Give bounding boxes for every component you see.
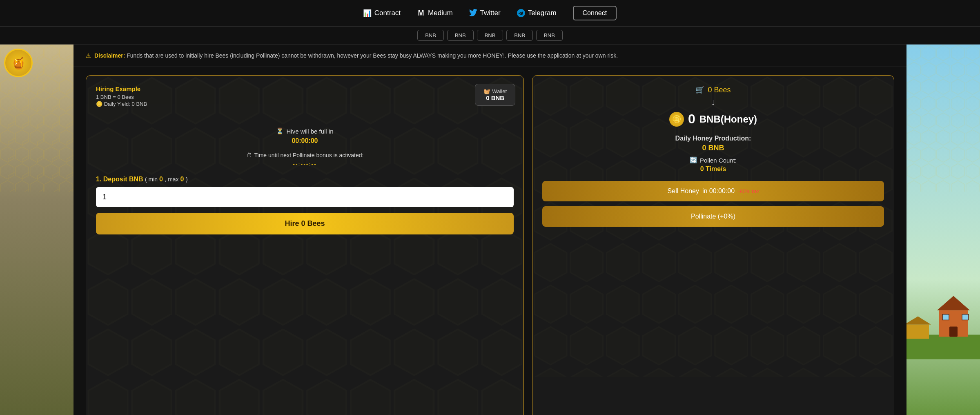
svg-rect-4 [86,76,523,415]
hive-label: Hive will be full in [286,128,333,135]
pollen-label: 🔄 Pollen Count: [690,156,737,164]
honey-coin-icon: 🪙 [669,112,684,127]
wallet-icon: 🧺 [483,88,490,94]
contract-label: Contract [374,9,401,17]
svg-rect-16 [906,45,980,192]
medium-link[interactable]: M Medium [417,9,452,17]
left-center: ⏳ Hive will be full in 00:00:00 ⏱ Time u… [96,127,514,167]
bnb-tab-3[interactable]: BNB [477,30,503,41]
left-card: Hiring Example 1 BNB = 0 Bees 🪙 Daily Yi… [86,75,524,415]
bees-icon: 🛒 [695,85,704,94]
bees-count: 🛒 0 Bees [695,85,731,94]
twitter-icon [469,9,477,17]
disclaimer-icon: ⚠ [86,52,91,59]
side-left: 🍯 [0,45,74,415]
sell-label: Sell Honey [668,187,699,195]
connect-button[interactable]: Connect [573,6,617,20]
honey-amount: 🪙 0 BNB(Honey) [669,112,757,127]
disclaimer-title: Disclaimer: [94,52,125,59]
hive-full-line: ⏳ Hive will be full in [96,127,514,135]
svg-marker-9 [937,296,970,310]
honey-unit: BNB(Honey) [699,114,757,125]
top-nav: 📊 Contract M Medium Twitter Telegram Con… [0,0,980,27]
hire-button[interactable]: Hire 0 Bees [96,213,514,234]
hiring-yield: 🪙 Daily Yield: 0 BNB [96,101,514,107]
telegram-icon [517,9,525,17]
pollen-icon: 🔄 [690,156,697,164]
contract-icon: 📊 [363,9,372,17]
wallet-label: 🧺 Wallet [483,88,507,94]
bnb-top-bar: BNB BNB BNB BNB BNB [0,27,980,45]
svg-rect-12 [962,315,969,320]
deposit-input[interactable] [96,187,514,207]
pollinate-timer: --:---:-- [96,161,514,167]
wallet-box: 🧺 Wallet 0 BNB [475,84,515,106]
cards-container: Hiring Example 1 BNB = 0 Bees 🪙 Daily Yi… [74,67,906,415]
sell-timer: in 00:00:00 [702,187,735,195]
side-right [906,45,980,415]
pollinate-time-line: ⏱ Time until next Pollinate bonus is act… [96,152,514,158]
bnb-tab-2[interactable]: BNB [447,30,474,41]
disclaimer-text: Funds that are used to initially hire Be… [127,52,618,59]
arrow-down-icon: ↓ [711,97,715,107]
sell-tax: -80% tax [738,188,759,194]
daily-label: Daily Honey Production: [675,135,751,142]
hive-timer: 00:00:00 [96,137,514,145]
pollinate-time-icon: ⏱ [246,152,252,158]
bnb-tab-5[interactable]: BNB [536,30,563,41]
yield-icon: 🪙 [96,101,102,107]
telegram-label: Telegram [528,9,557,17]
hive-icon: ⏳ [276,127,284,135]
svg-rect-11 [942,315,949,320]
disclaimer: ⚠ Disclaimer: Funds that are used to ini… [74,45,906,67]
twitter-label: Twitter [480,9,501,17]
content-area: ⚠ Disclaimer: Funds that are used to ini… [74,45,906,415]
yield-label: Daily Yield: 0 BNB [104,101,147,107]
deposit-label: 1. Deposit BNB ( min 0 , max 0 ) [96,176,514,183]
sell-honey-button[interactable]: Sell Honey in 00:00:00 -80% tax [542,181,884,201]
pollen-count: 🔄 Pollen Count: 0 Time/s [690,156,737,173]
pollen-value: 0 Time/s [690,165,737,173]
bnb-tab-4[interactable]: BNB [506,30,533,41]
honey-value: 0 [688,112,695,127]
svg-rect-13 [906,325,929,339]
daily-production: Daily Honey Production: 0 BNB [675,135,751,152]
medium-icon: M [417,9,425,17]
right-card: 🛒 0 Bees ↓ 🪙 0 BNB(Honey) Daily Honey Pr… [532,75,894,415]
twitter-link[interactable]: Twitter [469,9,501,17]
contract-link[interactable]: 📊 Contract [363,9,401,17]
hiring-example: Hiring Example 1 BNB = 0 Bees 🪙 Daily Yi… [96,85,514,107]
pollinate-time-label: Time until next Pollinate bonus is activ… [254,152,364,158]
pollinate-button[interactable]: Pollinate (+0%) [542,206,884,227]
bees-label: 0 Bees [708,86,731,94]
medium-label: Medium [428,9,452,17]
bnb-tab-1[interactable]: BNB [417,30,444,41]
hiring-rate: 1 BNB = 0 Bees [96,94,514,100]
svg-marker-14 [906,317,931,325]
telegram-link[interactable]: Telegram [517,9,557,17]
svg-rect-10 [949,327,958,337]
wallet-amount: 0 BNB [483,94,507,101]
daily-value: 0 BNB [675,144,751,152]
hiring-title: Hiring Example [96,85,514,92]
main-wrapper: 🍯 ⚠ Disclaimer: Funds that are used to i… [0,45,980,415]
